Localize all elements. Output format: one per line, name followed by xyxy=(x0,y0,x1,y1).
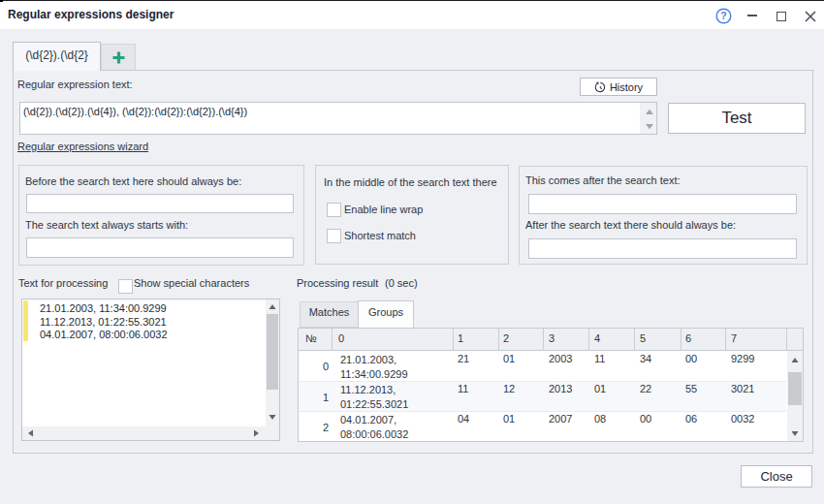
svg-text:?: ? xyxy=(720,10,726,21)
